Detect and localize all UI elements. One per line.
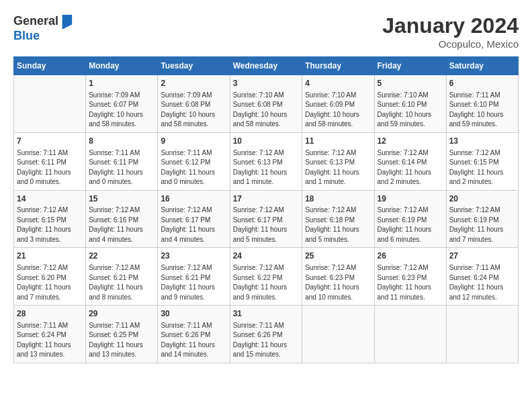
day-number: 19 — [378, 193, 443, 205]
calendar-cell: 25Sunrise: 7:12 AMSunset: 6:23 PMDayligh… — [302, 248, 374, 306]
location-title: Ocopulco, Mexico — [382, 38, 519, 50]
day-info: Sunrise: 7:12 AMSunset: 6:18 PMDaylight:… — [305, 205, 371, 244]
day-number: 12 — [378, 136, 443, 147]
calendar-cell — [446, 306, 518, 363]
day-info: Sunrise: 7:12 AMSunset: 6:16 PMDaylight:… — [89, 205, 154, 244]
day-info: Sunrise: 7:12 AMSunset: 6:22 PMDaylight:… — [233, 263, 300, 302]
day-info: Sunrise: 7:12 AMSunset: 6:19 PMDaylight:… — [449, 205, 515, 244]
logo-general: General — [13, 15, 58, 28]
day-number: 27 — [449, 250, 515, 262]
day-number: 8 — [89, 136, 154, 147]
calendar-cell: 16Sunrise: 7:12 AMSunset: 6:17 PMDayligh… — [158, 190, 230, 248]
day-info: Sunrise: 7:12 AMSunset: 6:15 PMDaylight:… — [449, 148, 515, 187]
day-number: 26 — [378, 250, 443, 262]
day-number: 2 — [161, 78, 226, 89]
day-number: 9 — [161, 136, 226, 147]
day-number: 6 — [449, 78, 515, 89]
day-number: 23 — [161, 250, 226, 262]
calendar-cell: 3Sunrise: 7:10 AMSunset: 6:08 PMDaylight… — [230, 75, 302, 133]
day-number: 4 — [305, 78, 371, 89]
calendar-cell: 26Sunrise: 7:12 AMSunset: 6:23 PMDayligh… — [374, 248, 446, 306]
calendar-cell: 15Sunrise: 7:12 AMSunset: 6:16 PMDayligh… — [86, 190, 158, 248]
day-info: Sunrise: 7:09 AMSunset: 6:07 PMDaylight:… — [89, 91, 154, 130]
logo: General Blue — [13, 13, 73, 43]
weekday-header-tuesday: Tuesday — [158, 57, 230, 75]
calendar-cell: 7Sunrise: 7:11 AMSunset: 6:11 PMDaylight… — [14, 132, 86, 190]
calendar-cell: 5Sunrise: 7:10 AMSunset: 6:10 PMDaylight… — [374, 75, 446, 133]
day-info: Sunrise: 7:11 AMSunset: 6:11 PMDaylight:… — [89, 148, 154, 187]
calendar-week-row: 21Sunrise: 7:12 AMSunset: 6:20 PMDayligh… — [14, 248, 519, 306]
calendar-cell: 17Sunrise: 7:12 AMSunset: 6:17 PMDayligh… — [230, 190, 302, 248]
day-info: Sunrise: 7:11 AMSunset: 6:24 PMDaylight:… — [17, 321, 83, 360]
day-info: Sunrise: 7:12 AMSunset: 6:23 PMDaylight:… — [305, 263, 371, 302]
calendar-week-row: 7Sunrise: 7:11 AMSunset: 6:11 PMDaylight… — [14, 132, 519, 190]
day-number: 18 — [305, 193, 371, 205]
calendar-cell: 1Sunrise: 7:09 AMSunset: 6:07 PMDaylight… — [86, 75, 158, 133]
calendar-cell: 20Sunrise: 7:12 AMSunset: 6:19 PMDayligh… — [446, 190, 518, 248]
weekday-header-sunday: Sunday — [14, 57, 86, 75]
day-info: Sunrise: 7:12 AMSunset: 6:13 PMDaylight:… — [233, 148, 300, 187]
calendar-cell: 11Sunrise: 7:12 AMSunset: 6:13 PMDayligh… — [302, 132, 374, 190]
calendar-cell — [374, 306, 446, 363]
calendar-cell: 30Sunrise: 7:11 AMSunset: 6:26 PMDayligh… — [158, 306, 230, 363]
day-number: 17 — [233, 193, 300, 205]
day-number: 13 — [449, 136, 515, 147]
day-number: 7 — [17, 136, 83, 147]
day-number: 22 — [89, 250, 154, 262]
calendar-week-row: 28Sunrise: 7:11 AMSunset: 6:24 PMDayligh… — [14, 306, 519, 363]
calendar-cell: 6Sunrise: 7:11 AMSunset: 6:10 PMDaylight… — [446, 75, 518, 133]
day-info: Sunrise: 7:09 AMSunset: 6:08 PMDaylight:… — [161, 91, 226, 130]
calendar-cell: 23Sunrise: 7:12 AMSunset: 6:21 PMDayligh… — [158, 248, 230, 306]
day-info: Sunrise: 7:12 AMSunset: 6:23 PMDaylight:… — [378, 263, 443, 302]
logo-icon — [60, 13, 73, 30]
day-number: 31 — [233, 308, 300, 320]
day-info: Sunrise: 7:11 AMSunset: 6:11 PMDaylight:… — [17, 148, 83, 187]
day-number: 16 — [161, 193, 226, 205]
logo-blue: Blue — [13, 29, 40, 42]
day-info: Sunrise: 7:12 AMSunset: 6:19 PMDaylight:… — [378, 205, 443, 244]
day-info: Sunrise: 7:11 AMSunset: 6:12 PMDaylight:… — [161, 148, 226, 187]
day-number: 29 — [89, 308, 154, 320]
day-info: Sunrise: 7:10 AMSunset: 6:09 PMDaylight:… — [305, 91, 371, 130]
day-number: 5 — [378, 78, 443, 89]
day-number: 14 — [17, 193, 83, 205]
weekday-header-thursday: Thursday — [302, 57, 374, 75]
day-info: Sunrise: 7:12 AMSunset: 6:13 PMDaylight:… — [305, 148, 371, 187]
weekday-header-friday: Friday — [374, 57, 446, 75]
calendar-cell: 31Sunrise: 7:11 AMSunset: 6:26 PMDayligh… — [230, 306, 302, 363]
page-header: General Blue January 2024 Ocopulco, Mexi… — [13, 13, 519, 50]
calendar-cell — [302, 306, 374, 363]
day-number: 1 — [89, 78, 154, 89]
calendar-cell: 12Sunrise: 7:12 AMSunset: 6:14 PMDayligh… — [374, 132, 446, 190]
day-number: 3 — [233, 78, 300, 89]
svg-marker-0 — [62, 15, 73, 30]
calendar-cell: 22Sunrise: 7:12 AMSunset: 6:21 PMDayligh… — [86, 248, 158, 306]
calendar-week-row: 1Sunrise: 7:09 AMSunset: 6:07 PMDaylight… — [14, 75, 519, 133]
calendar-table: SundayMondayTuesdayWednesdayThursdayFrid… — [13, 56, 519, 363]
calendar-cell: 8Sunrise: 7:11 AMSunset: 6:11 PMDaylight… — [86, 132, 158, 190]
day-info: Sunrise: 7:10 AMSunset: 6:10 PMDaylight:… — [378, 91, 443, 130]
calendar-cell: 21Sunrise: 7:12 AMSunset: 6:20 PMDayligh… — [14, 248, 86, 306]
day-number: 24 — [233, 250, 300, 262]
day-number: 20 — [449, 193, 515, 205]
calendar-cell: 14Sunrise: 7:12 AMSunset: 6:15 PMDayligh… — [14, 190, 86, 248]
day-info: Sunrise: 7:12 AMSunset: 6:20 PMDaylight:… — [17, 263, 83, 302]
day-info: Sunrise: 7:11 AMSunset: 6:26 PMDaylight:… — [161, 321, 226, 360]
calendar-cell: 4Sunrise: 7:10 AMSunset: 6:09 PMDaylight… — [302, 75, 374, 133]
title-block: January 2024 Ocopulco, Mexico — [382, 13, 519, 50]
month-title: January 2024 — [382, 13, 519, 38]
day-number: 28 — [17, 308, 83, 320]
day-number: 15 — [89, 193, 154, 205]
weekday-header-saturday: Saturday — [446, 57, 518, 75]
day-number: 10 — [233, 136, 300, 147]
calendar-cell: 27Sunrise: 7:11 AMSunset: 6:24 PMDayligh… — [446, 248, 518, 306]
calendar-cell: 28Sunrise: 7:11 AMSunset: 6:24 PMDayligh… — [14, 306, 86, 363]
day-number: 25 — [305, 250, 371, 262]
calendar-week-row: 14Sunrise: 7:12 AMSunset: 6:15 PMDayligh… — [14, 190, 519, 248]
day-info: Sunrise: 7:11 AMSunset: 6:26 PMDaylight:… — [233, 321, 300, 360]
weekday-header-wednesday: Wednesday — [230, 57, 302, 75]
day-info: Sunrise: 7:11 AMSunset: 6:10 PMDaylight:… — [449, 91, 515, 130]
calendar-cell — [14, 75, 86, 133]
day-info: Sunrise: 7:12 AMSunset: 6:21 PMDaylight:… — [89, 263, 154, 302]
day-info: Sunrise: 7:12 AMSunset: 6:21 PMDaylight:… — [161, 263, 226, 302]
